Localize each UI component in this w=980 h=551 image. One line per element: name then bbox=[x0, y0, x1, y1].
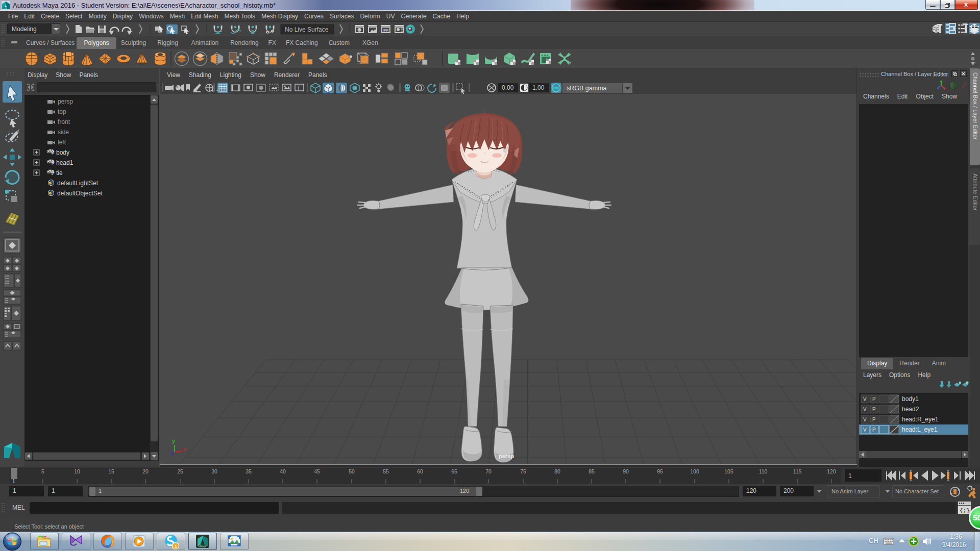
svg-text:y: y bbox=[172, 438, 176, 444]
svg-text:110: 110 bbox=[759, 468, 768, 474]
svg-text:45: 45 bbox=[314, 468, 320, 474]
svg-text:defaultObjectSet: defaultObjectSet bbox=[57, 190, 103, 197]
svg-text:V: V bbox=[863, 407, 867, 412]
svg-text:MAYA: MAYA bbox=[199, 545, 206, 548]
svg-text:head1: head1 bbox=[56, 159, 74, 166]
svg-text:120: 120 bbox=[827, 468, 836, 474]
svg-text:55: 55 bbox=[383, 468, 389, 474]
svg-text:90: 90 bbox=[623, 468, 629, 474]
svg-text:P: P bbox=[872, 407, 876, 412]
svg-text:x: x bbox=[183, 446, 187, 452]
svg-text:top: top bbox=[58, 108, 66, 115]
svg-text:20: 20 bbox=[142, 468, 149, 474]
svg-text:P: P bbox=[872, 427, 876, 433]
svg-text:40: 40 bbox=[280, 468, 286, 474]
svg-text:body: body bbox=[56, 149, 69, 156]
svg-text:head:R_eye1: head:R_eye1 bbox=[902, 416, 939, 423]
svg-text:tie: tie bbox=[56, 169, 63, 177]
svg-text:1: 1 bbox=[848, 472, 852, 480]
svg-text:70: 70 bbox=[485, 468, 492, 474]
svg-text:T: T bbox=[297, 85, 300, 91]
svg-text:V: V bbox=[863, 396, 867, 402]
svg-text:V: V bbox=[863, 427, 867, 433]
svg-text:105: 105 bbox=[724, 468, 733, 474]
svg-text:head:L_eye1: head:L_eye1 bbox=[902, 426, 938, 433]
svg-text:persp: persp bbox=[58, 98, 73, 105]
svg-text:No Live Surface: No Live Surface bbox=[285, 26, 329, 33]
svg-text:100: 100 bbox=[690, 468, 699, 474]
svg-text:25: 25 bbox=[177, 468, 183, 474]
svg-text:left: left bbox=[58, 139, 66, 146]
svg-text:60: 60 bbox=[417, 468, 423, 474]
svg-text:P: P bbox=[872, 396, 876, 402]
svg-text:1.00: 1.00 bbox=[532, 84, 545, 91]
svg-text:15: 15 bbox=[108, 468, 114, 474]
svg-text:IPR: IPR bbox=[383, 29, 389, 32]
svg-text:V: V bbox=[863, 417, 867, 422]
svg-text:85: 85 bbox=[589, 468, 595, 474]
svg-text:35: 35 bbox=[246, 468, 252, 474]
svg-text:1: 1 bbox=[175, 544, 177, 549]
svg-text:10: 10 bbox=[74, 468, 80, 474]
svg-text:5: 5 bbox=[41, 468, 44, 474]
svg-text:95: 95 bbox=[657, 468, 663, 474]
svg-text:30: 30 bbox=[211, 468, 217, 474]
svg-text:80: 80 bbox=[554, 468, 560, 474]
svg-text:{;}: {;} bbox=[960, 508, 970, 514]
svg-text:0.00: 0.00 bbox=[502, 84, 514, 91]
svg-text:side: side bbox=[58, 129, 69, 136]
svg-text:defaultLightSet: defaultLightSet bbox=[57, 180, 99, 187]
svg-text:sRGB gamma: sRGB gamma bbox=[567, 85, 607, 92]
svg-text:75: 75 bbox=[520, 468, 526, 474]
svg-text:z: z bbox=[171, 450, 174, 456]
svg-text:50: 50 bbox=[349, 468, 355, 474]
svg-text:115: 115 bbox=[793, 468, 802, 474]
svg-text:65: 65 bbox=[451, 468, 457, 474]
svg-text:persp: persp bbox=[499, 453, 514, 459]
svg-text:body1: body1 bbox=[902, 395, 919, 403]
svg-text:head2: head2 bbox=[902, 406, 919, 413]
svg-text:P: P bbox=[872, 417, 876, 422]
svg-text:ON: ON bbox=[553, 86, 558, 90]
svg-text:front: front bbox=[58, 118, 70, 126]
